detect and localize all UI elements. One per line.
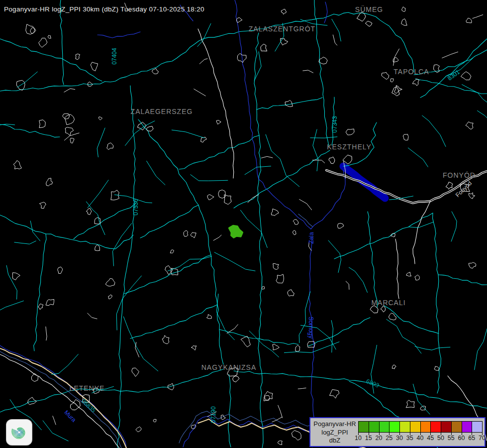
- map-canvas: [0, 0, 487, 448]
- settlement-outline: [152, 68, 159, 74]
- road-twig-white: [88, 313, 97, 319]
- settlement-outline: [30, 27, 36, 33]
- settlement-outline: [218, 190, 225, 199]
- road-twig: [451, 212, 457, 241]
- road-line: [368, 212, 378, 308]
- road-line: [332, 97, 334, 145]
- road-twig: [17, 72, 38, 87]
- road-twig-white: [298, 388, 306, 389]
- settlement-outline: [162, 336, 169, 344]
- legend-color-cell: [431, 422, 441, 432]
- road-twig: [422, 115, 446, 146]
- settlement-outline: [389, 313, 396, 320]
- road-twig: [86, 202, 105, 235]
- settlement-outline: [281, 9, 286, 14]
- settlement-outline: [278, 441, 282, 445]
- settlement-outline: [281, 38, 288, 45]
- road-twig-white: [227, 325, 238, 334]
- legend-color-cell: [452, 422, 462, 432]
- settlement-outline: [207, 315, 212, 319]
- legend-color-cell: [441, 422, 452, 432]
- road-line: [433, 213, 441, 393]
- road-twig-white: [333, 35, 337, 45]
- settlement-outline: [39, 202, 46, 209]
- road-line: [234, 371, 487, 408]
- legend-color-cell: [369, 422, 380, 432]
- settlement-outline: [95, 245, 100, 251]
- settlement-outline: [48, 35, 51, 38]
- road-twig: [409, 222, 434, 227]
- road-twig-white: [278, 405, 283, 418]
- road-twig: [240, 210, 267, 247]
- settlement-outline: [70, 400, 80, 410]
- road-twig-white: [213, 235, 221, 240]
- settlement-outline: [466, 122, 473, 129]
- settlement-outline: [233, 376, 239, 382]
- road-twig-white: [135, 342, 139, 357]
- settlement-outline: [12, 273, 20, 280]
- river-line: [311, 170, 345, 229]
- settlement-outline: [346, 129, 354, 135]
- road-twig: [214, 252, 255, 271]
- canal-line: [298, 214, 312, 226]
- road-line: [0, 29, 259, 91]
- settlement-outline: [261, 44, 267, 51]
- legend-tick-label: 10: [355, 435, 362, 442]
- settlement-outline: [153, 419, 156, 422]
- river-line: [309, 238, 314, 447]
- settlement-outline: [273, 344, 279, 350]
- legend-tick-label: 15: [365, 435, 372, 442]
- settlement-outline: [107, 143, 113, 150]
- road-twig: [478, 111, 487, 120]
- legend-color-cell: [421, 422, 431, 432]
- settlement-outline: [292, 230, 296, 235]
- river-line: [97, 32, 140, 38]
- road-line: [138, 119, 223, 364]
- legend-tick-label: 40: [417, 435, 424, 442]
- road-twig: [88, 180, 108, 208]
- road-twig-white: [64, 133, 79, 140]
- road-line: [34, 234, 47, 351]
- road-twig-white: [53, 416, 56, 425]
- river-line: [235, 0, 311, 229]
- road-line-white: [413, 201, 430, 264]
- settlement-outline: [132, 368, 139, 376]
- road-line: [257, 98, 322, 110]
- settlement-outline: [86, 208, 92, 215]
- settlement-outline: [88, 82, 93, 86]
- settlement-outline: [292, 431, 301, 441]
- road-twig-white: [64, 89, 75, 92]
- settlement-outline: [271, 209, 279, 216]
- settlement-outline: [46, 299, 54, 305]
- settlement-outline: [406, 400, 414, 408]
- road-twig: [349, 267, 368, 292]
- radar-echo: [229, 226, 242, 237]
- settlement-outline: [370, 306, 378, 313]
- road-line: [179, 135, 259, 169]
- legend-unit-label: dbZ: [311, 437, 358, 445]
- road-twig: [6, 265, 17, 299]
- settlement-outline: [295, 345, 300, 351]
- settlement-outline: [392, 365, 396, 369]
- road-twig: [191, 175, 228, 181]
- settlement-outline: [446, 182, 452, 190]
- road-twig: [475, 320, 487, 370]
- road-line: [314, 0, 329, 146]
- legend-radar-name: Poganyvar-HR: [311, 420, 358, 429]
- legend-tick-label: 60: [458, 435, 465, 442]
- settlement-outline: [406, 272, 411, 276]
- settlement-outline: [381, 306, 386, 312]
- settlement-outline: [76, 54, 80, 59]
- road-twig: [172, 130, 204, 138]
- settlement-outline: [415, 275, 420, 280]
- road-twig-white: [272, 417, 282, 422]
- legend-tick-label: 50: [437, 435, 444, 442]
- settlement-outline: [403, 134, 408, 140]
- radar-service-logo: [6, 419, 32, 446]
- legend-colorbar: [358, 421, 483, 433]
- road-twig: [0, 301, 23, 312]
- settlement-outline: [329, 157, 335, 164]
- settlement-outline: [412, 79, 419, 86]
- road-twig-white: [199, 59, 207, 64]
- road-twig: [266, 134, 299, 187]
